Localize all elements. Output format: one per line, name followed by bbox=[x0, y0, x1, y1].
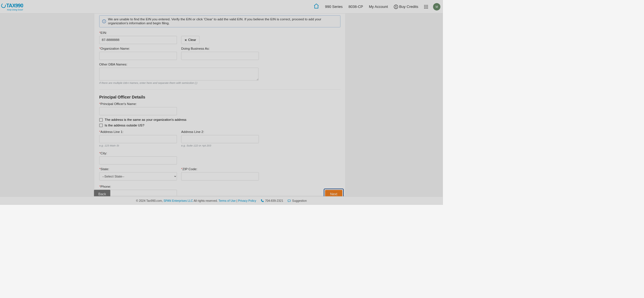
section-divider bbox=[99, 89, 340, 90]
outside-us-checkbox-row[interactable]: Is the address outside US? bbox=[99, 123, 340, 127]
apps-menu[interactable] bbox=[423, 1, 429, 13]
addr1-input[interactable] bbox=[99, 135, 177, 143]
other-dba-label: Other DBA Names: bbox=[99, 63, 258, 67]
info-icon: i bbox=[102, 19, 106, 23]
other-dba-textarea[interactable] bbox=[99, 68, 258, 80]
footer-suggestion-text: Suggestion bbox=[292, 199, 307, 202]
ein-label: *EIN: bbox=[99, 31, 177, 35]
svg-rect-0 bbox=[288, 200, 290, 201]
clear-button[interactable]: ✕ Clear bbox=[181, 36, 199, 44]
outside-us-label: Is the address outside US? bbox=[105, 123, 144, 127]
city-label: *City: bbox=[99, 151, 177, 155]
apps-grid-icon bbox=[424, 5, 428, 9]
page-footer: © 2024 Tax990.com, SPAN Enterprises LLC … bbox=[0, 196, 443, 205]
same-address-checkbox[interactable] bbox=[99, 118, 103, 122]
home-icon bbox=[313, 3, 319, 9]
addr1-label: *Address Line 1: bbox=[99, 130, 177, 134]
dollar-icon: $ bbox=[394, 5, 398, 9]
zip-input[interactable] bbox=[181, 172, 259, 181]
footer-copyright: © 2024 Tax990.com, bbox=[136, 199, 164, 202]
officer-name-label: *Principal Officer's Name: bbox=[99, 102, 177, 106]
addr2-input[interactable] bbox=[181, 135, 259, 143]
nav-990-series[interactable]: 990 Series bbox=[324, 0, 343, 13]
officer-section-title: Principal Officer Details bbox=[99, 95, 340, 100]
same-address-checkbox-row[interactable]: The address is the same as your organiza… bbox=[99, 118, 340, 122]
clear-label: Clear bbox=[188, 38, 196, 42]
footer-rights: All rights reserved. bbox=[193, 199, 218, 202]
phone-icon bbox=[260, 199, 264, 202]
form-card: i We are unable to find the EIN you ente… bbox=[94, 14, 346, 196]
org-name-label: *Organization Name: bbox=[99, 47, 177, 51]
state-label: *State: bbox=[99, 167, 177, 171]
close-icon: ✕ bbox=[184, 38, 187, 42]
officer-name-input[interactable] bbox=[99, 107, 177, 115]
logo-text: TAX990 bbox=[6, 3, 23, 8]
nav-my-account[interactable]: My Account bbox=[368, 0, 389, 13]
footer-privacy-link[interactable]: Privacy Policy bbox=[238, 199, 256, 202]
outside-us-checkbox[interactable] bbox=[99, 124, 103, 127]
addr2-hint: e.g. Suite 122 or Apt 203 bbox=[181, 144, 259, 147]
main-header: TAX990 Keep Doing Good! 990 Series 8038-… bbox=[0, 0, 443, 14]
city-input[interactable] bbox=[99, 156, 177, 165]
page-body: i We are unable to find the EIN you ente… bbox=[0, 14, 443, 196]
zip-label: *ZIP Code: bbox=[181, 167, 259, 171]
state-select[interactable]: --Select State-- bbox=[99, 172, 177, 181]
footer-company-link[interactable]: SPAN Enterprises LLC bbox=[164, 199, 193, 202]
nav-8038cp[interactable]: 8038-CP bbox=[348, 0, 364, 13]
other-dba-hint: If there are multiple DBA Names, enter h… bbox=[99, 81, 258, 84]
footer-suggestion[interactable]: Suggestion bbox=[288, 199, 307, 202]
dba-label: Doing Business As: bbox=[181, 47, 259, 51]
logo[interactable]: TAX990 Keep Doing Good! bbox=[1, 3, 23, 11]
nav-buy-credits[interactable]: $ Buy Credits bbox=[393, 0, 419, 13]
footer-phone[interactable]: 704-839-2321 bbox=[260, 199, 283, 202]
alert-text: We are unable to find the EIN you entere… bbox=[108, 17, 338, 25]
addr1-hint: e.g. 123 Main St bbox=[99, 144, 177, 147]
dba-input[interactable] bbox=[181, 52, 259, 60]
suggestion-icon bbox=[288, 199, 291, 202]
footer-terms-link[interactable]: Terms of Use bbox=[218, 199, 236, 202]
nav-home[interactable] bbox=[313, 0, 320, 15]
logo-tagline: Keep Doing Good! bbox=[7, 9, 23, 11]
phone-label: *Phone: bbox=[99, 185, 177, 189]
same-address-label: The address is the same as your organiza… bbox=[105, 118, 186, 122]
logo-mark-icon bbox=[1, 3, 6, 8]
footer-phone-text: 704-839-2321 bbox=[265, 199, 283, 202]
org-name-input[interactable] bbox=[99, 52, 177, 60]
ein-alert: i We are unable to find the EIN you ente… bbox=[99, 15, 340, 27]
user-avatar[interactable]: M bbox=[433, 3, 440, 10]
top-nav: 990 Series 8038-CP My Account $ Buy Cred… bbox=[313, 0, 441, 15]
addr2-label: Address Line 2: bbox=[181, 130, 259, 134]
ein-input[interactable] bbox=[99, 36, 177, 44]
buy-credits-label: Buy Credits bbox=[399, 5, 418, 9]
